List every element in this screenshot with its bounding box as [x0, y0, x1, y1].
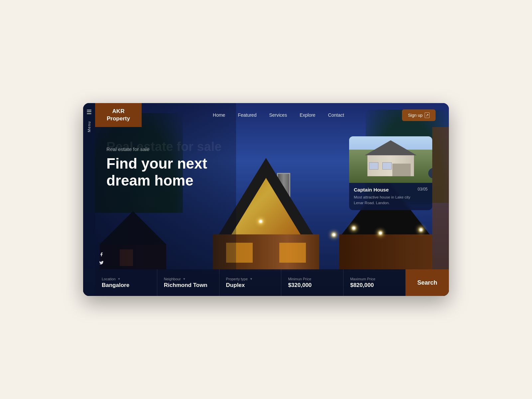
menu-label: Menu	[87, 121, 91, 132]
nav-services[interactable]: Services	[269, 112, 287, 118]
logo-line2: Property	[107, 115, 130, 122]
hero-subtitle: Real estate for sale	[106, 146, 207, 152]
property-type-chevron-icon: ▼	[250, 277, 253, 281]
max-price-value: $820,000	[350, 282, 399, 289]
nav-links: Home Featured Services Explore Contact	[155, 112, 402, 118]
property-card: › Captain House 03/05 Most attractive ho…	[349, 136, 432, 210]
location-field[interactable]: Location ▼ Bangalore	[95, 269, 157, 296]
card-counter: 03/05	[418, 187, 428, 192]
nav-home[interactable]: Home	[213, 112, 225, 118]
card-content: Captain House 03/05 Most attractive hous…	[349, 183, 432, 210]
card-desc-line2: Lenar Road. Landon.	[354, 200, 428, 206]
card-image	[349, 136, 432, 183]
menu-icon[interactable]: ☰	[86, 109, 92, 115]
location-value: Bangalore	[102, 282, 150, 289]
hero-content: Real estate for sale Real estate for sal…	[106, 146, 207, 189]
max-price-label: Maximum Price	[350, 277, 399, 281]
min-price-label: Minimun Price	[288, 277, 336, 281]
twitter-icon[interactable]	[99, 260, 104, 266]
neighbour-field[interactable]: Neighbour ▼ Richmond Town	[157, 269, 219, 296]
neighbour-chevron-icon: ▼	[183, 277, 186, 281]
search-label: Search	[417, 279, 437, 286]
max-price-field[interactable]: Maximum Price $820,000	[343, 269, 406, 296]
facebook-icon[interactable]	[99, 252, 104, 258]
neighbour-label: Neighbour ▼	[164, 277, 212, 281]
property-type-label: Property type ▼	[226, 277, 275, 281]
signup-button[interactable]: Sign up ↗	[402, 109, 436, 121]
card-desc-line1: Most attractive house in Lake city	[354, 195, 428, 200]
hero-title-line1: Find your next	[106, 155, 207, 172]
navbar: Home Featured Services Explore Contact S…	[142, 103, 449, 127]
location-chevron-icon: ▼	[118, 277, 121, 281]
external-link-icon: ↗	[425, 112, 430, 118]
left-overlay	[83, 103, 236, 296]
nav-explore[interactable]: Explore	[300, 112, 315, 118]
main-container: ☰ Menu AKR Property Home Featured Servic…	[83, 103, 449, 296]
hero-title: Find your next dream home	[106, 155, 207, 189]
card-title-row: Captain House 03/05	[354, 187, 428, 193]
min-price-value: $320,000	[288, 282, 336, 289]
property-type-value: Duplex	[226, 282, 275, 289]
right-panel	[432, 127, 449, 273]
logo[interactable]: AKR Property	[95, 103, 142, 127]
min-price-field[interactable]: Minimun Price $320,000	[281, 269, 343, 296]
signup-label: Sign up	[408, 113, 423, 118]
sidebar: ☰ Menu	[83, 103, 95, 296]
card-title: Captain House	[354, 187, 389, 193]
social-icons	[99, 252, 104, 266]
nav-featured[interactable]: Featured	[238, 112, 256, 118]
card-description: Most attractive house in Lake city Lenar…	[354, 195, 428, 206]
logo-line1: AKR	[112, 108, 125, 115]
property-type-field[interactable]: Property type ▼ Duplex	[219, 269, 282, 296]
search-button[interactable]: Search	[406, 269, 449, 296]
location-label: Location ▼	[102, 277, 150, 281]
neighbour-value: Richmond Town	[164, 282, 212, 289]
search-bar: Location ▼ Bangalore Neighbour ▼ Richmon…	[95, 269, 449, 296]
hero-title-line2: dream home	[106, 172, 207, 189]
nav-contact[interactable]: Contact	[328, 112, 344, 118]
